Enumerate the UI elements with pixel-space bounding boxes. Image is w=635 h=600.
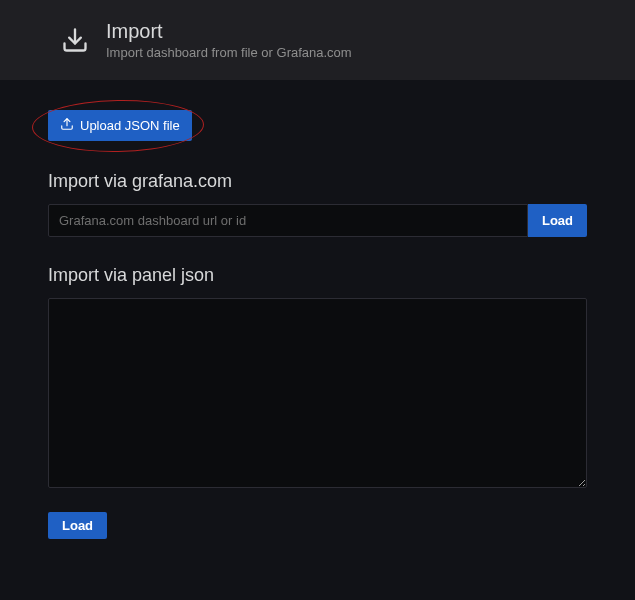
grafana-url-input[interactable] [48,204,528,237]
json-load-button[interactable]: Load [48,512,107,539]
page-header: Import Import dashboard from file or Gra… [0,0,635,80]
import-icon [60,25,90,55]
panel-json-textarea[interactable] [48,298,587,488]
json-import-section: Import via panel json Load [48,265,587,539]
json-section-title: Import via panel json [48,265,587,286]
header-text: Import Import dashboard from file or Gra… [106,20,352,60]
page-subtitle: Import dashboard from file or Grafana.co… [106,45,352,60]
upload-json-button[interactable]: Upload JSON file [48,110,192,141]
grafana-import-section: Import via grafana.com Load [48,171,587,237]
upload-button-label: Upload JSON file [80,118,180,133]
page-title: Import [106,20,352,43]
upload-wrapper: Upload JSON file [48,110,192,141]
upload-icon [60,117,74,134]
grafana-input-row: Load [48,204,587,237]
grafana-section-title: Import via grafana.com [48,171,587,192]
main-content: Upload JSON file Import via grafana.com … [0,80,635,597]
grafana-load-button[interactable]: Load [528,204,587,237]
